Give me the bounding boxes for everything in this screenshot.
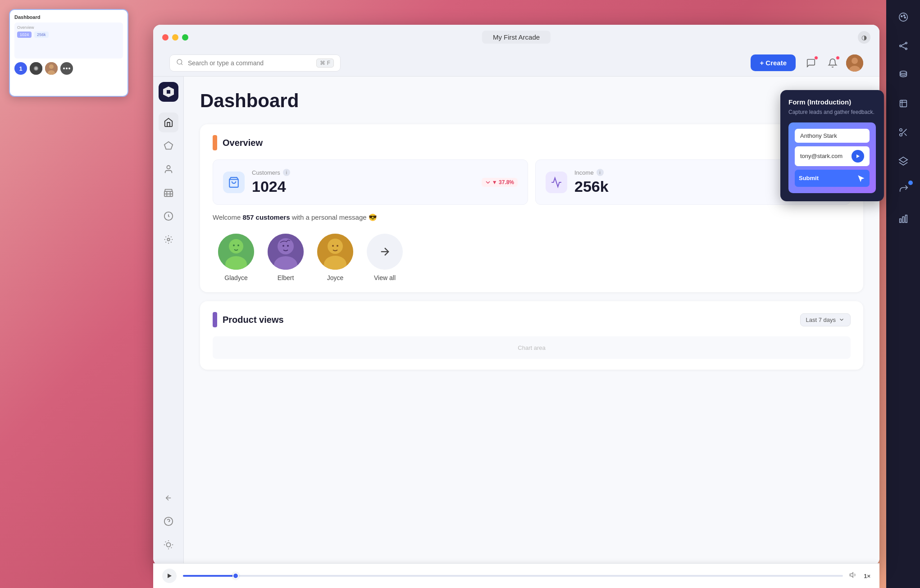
connect-icon[interactable]: [895, 38, 911, 54]
theme-toggle-btn[interactable]: ◑: [858, 31, 870, 44]
svg-line-48: [165, 542, 165, 542]
section-bar-overview: [213, 135, 217, 150]
form-email-value: tony@stark.com: [800, 153, 843, 159]
nav-item-diamond[interactable]: [159, 136, 178, 156]
customer-item-joyce: Joyce: [317, 234, 353, 281]
palette-icon[interactable]: [895, 9, 911, 25]
svg-point-41: [167, 238, 170, 241]
volume-icon[interactable]: [849, 571, 857, 581]
svg-point-13: [899, 129, 902, 131]
svg-marker-34: [164, 142, 172, 149]
svg-point-56: [233, 244, 235, 246]
income-info-icon[interactable]: i: [597, 169, 604, 176]
stat-info-customers: Customers i 1024: [252, 169, 474, 195]
view-all-label: View all: [374, 274, 396, 281]
income-icon: [546, 172, 567, 193]
svg-line-28: [181, 63, 182, 65]
user-avatar[interactable]: [846, 54, 863, 72]
svg-point-67: [337, 245, 338, 247]
avatar-joyce[interactable]: [317, 234, 353, 270]
customer-name-elbert: Elbert: [278, 274, 294, 281]
nav-item-home[interactable]: [159, 113, 178, 132]
svg-point-9: [900, 71, 906, 74]
svg-point-61: [282, 245, 284, 247]
form-name-input[interactable]: Anthony Stark: [795, 129, 870, 143]
svg-point-5: [905, 42, 907, 44]
svg-line-49: [171, 547, 171, 548]
minimize-window-btn[interactable]: [172, 34, 178, 41]
nav-item-help[interactable]: [159, 511, 178, 531]
svg-rect-20: [905, 215, 907, 223]
titlebar: My First Arcade ◑: [153, 25, 879, 50]
customer-name-joyce: Joyce: [327, 274, 344, 281]
page-title: Dashboard: [200, 90, 863, 112]
nav-arrow[interactable]: [159, 488, 178, 508]
scissors-icon[interactable]: [895, 124, 911, 140]
nav-item-settings[interactable]: [159, 230, 178, 249]
search-box[interactable]: ⌘ F: [169, 54, 341, 72]
svg-point-45: [166, 543, 170, 547]
form-play-btn[interactable]: [852, 150, 864, 163]
svg-point-25: [49, 64, 54, 69]
layers-icon[interactable]: [895, 153, 911, 169]
target-icon[interactable]: [895, 95, 911, 112]
svg-point-54: [229, 239, 243, 253]
view-all-btn[interactable]: [367, 234, 403, 270]
product-views-section: Product views Last 7 days Chart area: [200, 301, 863, 370]
form-email-input[interactable]: tony@stark.com: [795, 146, 870, 166]
chat-icon-btn[interactable]: [803, 55, 819, 71]
database-icon[interactable]: [895, 67, 911, 83]
form-submit-btn[interactable]: Submit: [795, 170, 870, 187]
customers-row: Gladyce: [213, 234, 851, 281]
svg-point-30: [852, 58, 858, 64]
notification-icon-btn[interactable]: [824, 55, 841, 71]
time-range-dropdown[interactable]: Last 7 days: [800, 313, 851, 326]
share-icon[interactable]: [895, 182, 911, 198]
step-badge: 1: [14, 62, 27, 75]
thumb-avatar-cam: [30, 62, 42, 75]
svg-point-1: [901, 16, 902, 17]
stats-row: Customers i 1024 ▼ 37.8%: [213, 159, 851, 205]
welcome-bold: 857 customers: [242, 213, 290, 221]
progress-track[interactable]: [183, 575, 843, 577]
thumb-avatar-person: [45, 62, 58, 75]
bar-chart-icon[interactable]: [895, 211, 911, 227]
keyboard-shortcut: ⌘ F: [316, 59, 334, 68]
cursor-icon: [856, 174, 865, 183]
thumb-more-btn[interactable]: [60, 62, 73, 75]
create-button[interactable]: + Create: [751, 54, 796, 71]
nav-logo[interactable]: [159, 82, 178, 102]
svg-point-6: [905, 48, 907, 50]
svg-point-14: [899, 134, 902, 136]
nav-item-analytics[interactable]: [159, 206, 178, 226]
search-icon: [176, 59, 183, 68]
window-title: My First Arcade: [482, 31, 551, 44]
view-all-item[interactable]: View all: [367, 234, 403, 281]
nav-item-store[interactable]: [159, 183, 178, 203]
search-input[interactable]: [188, 59, 312, 67]
play-button[interactable]: [162, 569, 177, 583]
svg-rect-18: [899, 219, 901, 222]
nav-item-theme[interactable]: [159, 535, 178, 555]
customers-info-icon[interactable]: i: [283, 169, 290, 176]
avatar-elbert[interactable]: [268, 234, 304, 270]
speed-badge[interactable]: 1×: [864, 573, 870, 579]
submit-label: Submit: [799, 175, 819, 181]
customers-icon: [223, 172, 245, 193]
svg-point-27: [177, 59, 182, 64]
nav-item-users[interactable]: [159, 159, 178, 179]
maximize-window-btn[interactable]: [182, 34, 188, 41]
thumb-badge-customers: 1024: [17, 32, 32, 38]
close-window-btn[interactable]: [162, 34, 169, 41]
svg-point-0: [899, 13, 907, 21]
notif-badge: [836, 56, 840, 60]
customer-item-elbert: Elbert: [268, 234, 304, 281]
svg-point-64: [328, 239, 343, 254]
section-header-product-views: Product views Last 7 days: [213, 312, 851, 327]
progress-thumb[interactable]: [232, 573, 239, 579]
overview-section: Overview: [200, 124, 863, 292]
avatar-gladyce[interactable]: [218, 234, 254, 270]
toolbar-icons: [803, 54, 863, 72]
svg-line-15: [902, 129, 906, 134]
right-sidebar: [886, 0, 920, 588]
